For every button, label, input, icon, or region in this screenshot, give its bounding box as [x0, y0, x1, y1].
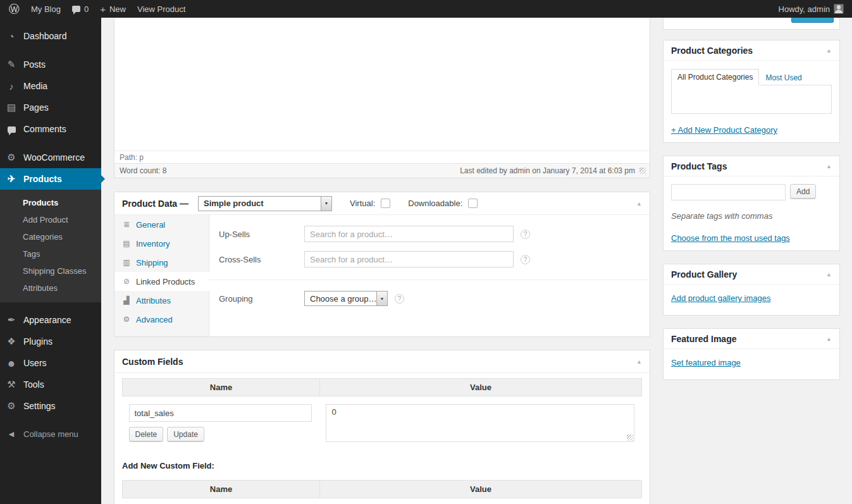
- avatar: [834, 4, 844, 14]
- virtual-checkbox[interactable]: [381, 199, 390, 208]
- sidebar-item-dashboard[interactable]: ◔ Dashboard: [0, 25, 101, 47]
- editor-canvas[interactable]: [114, 18, 650, 151]
- category-tabs: All Product Categories Most Used: [671, 69, 832, 85]
- toggle-panel-icon[interactable]: ▲: [636, 200, 642, 207]
- virtual-label: Virtual:: [350, 199, 375, 208]
- posts-icon: ✎: [5, 59, 18, 70]
- panel-title: Product Data —: [122, 199, 188, 209]
- sidebar-item-media[interactable]: ♪ Media: [0, 75, 101, 97]
- products-icon: ✈: [5, 173, 18, 185]
- toggle-panel-icon[interactable]: ▲: [636, 359, 642, 365]
- help-icon[interactable]: ?: [395, 294, 404, 304]
- help-icon[interactable]: ?: [521, 230, 530, 239]
- tab-most-used[interactable]: Most Used: [759, 70, 808, 85]
- toggle-panel-icon[interactable]: ▲: [826, 47, 832, 54]
- settings-icon: ⚙: [5, 400, 18, 412]
- howdy-account-link[interactable]: Howdy, admin: [773, 0, 849, 18]
- add-gallery-images-link[interactable]: Add product gallery images: [671, 293, 771, 303]
- submenu-item-products[interactable]: Products: [0, 194, 101, 211]
- editor-resize-grabber-icon[interactable]: [639, 168, 646, 174]
- update-button[interactable]: [791, 18, 834, 23]
- downloadable-checkbox[interactable]: [468, 199, 478, 208]
- submenu-item-add-product[interactable]: Add Product: [0, 211, 101, 228]
- wordpress-logo-button[interactable]: Ⓦ: [3, 0, 25, 18]
- product-tags-content: Add Separate tags with commas Choose fro…: [664, 176, 839, 250]
- submenu-item-attributes[interactable]: Attributes: [0, 280, 101, 297]
- product-type-select[interactable]: Simple product ▼: [198, 196, 332, 211]
- sidebar-item-posts[interactable]: ✎ Posts: [0, 54, 101, 75]
- product-categories-content: All Product Categories Most Used + Add N…: [664, 61, 839, 142]
- sidebar-item-tools[interactable]: ⚒ Tools: [0, 374, 101, 395]
- submenu-item-tags[interactable]: Tags: [0, 245, 101, 262]
- crosssells-input[interactable]: [304, 251, 514, 267]
- help-icon[interactable]: ?: [521, 255, 530, 264]
- sidebar-item-products[interactable]: ✈ Products: [0, 168, 101, 190]
- category-list-panel[interactable]: [671, 85, 832, 114]
- sidebar-item-plugins[interactable]: ❖ Plugins: [0, 331, 101, 352]
- last-edited: Last edited by admin on January 7, 2014 …: [460, 166, 635, 175]
- sidebar-item-comments[interactable]: Comments: [0, 118, 101, 140]
- sidebar-item-appearance[interactable]: ✒ Appearance: [0, 309, 101, 331]
- tab-label: Linked Products: [136, 277, 195, 286]
- update-field-button[interactable]: Update: [167, 427, 204, 441]
- submenu-item-shipping-classes[interactable]: Shipping Classes: [0, 262, 101, 280]
- tab-label: Inventory: [136, 239, 170, 249]
- publish-box-cutoff: [663, 18, 840, 30]
- comment-bubble-icon: [72, 6, 80, 12]
- sidebar-item-settings[interactable]: ⚙ Settings: [0, 395, 101, 417]
- add-tag-button[interactable]: Add: [790, 184, 816, 199]
- collapse-menu-button[interactable]: ◀ Collapse menu: [0, 426, 101, 443]
- featured-image-header: Featured Image ▲: [664, 329, 839, 349]
- new-custom-field-table: Name Value: [122, 480, 642, 504]
- tab-general[interactable]: ≣ General: [114, 215, 209, 234]
- field-name-input[interactable]: [129, 404, 312, 422]
- tab-inventory[interactable]: ▤ Inventory: [114, 234, 209, 253]
- value-column-header: Value: [319, 481, 641, 498]
- editor-path: Path: p: [120, 153, 144, 162]
- delete-button[interactable]: Delete: [129, 427, 164, 441]
- new-content-link[interactable]: + New: [94, 0, 132, 18]
- upsells-input[interactable]: [304, 226, 514, 242]
- editor-status-bar: Word count: 8 Last edited by admin on Ja…: [114, 163, 650, 178]
- tab-advanced[interactable]: ⚙ Advanced: [114, 310, 209, 329]
- tab-linked-products[interactable]: ⊘ Linked Products: [114, 272, 209, 291]
- sidebar-item-pages[interactable]: ▤ Pages: [0, 97, 101, 118]
- field-actions: Delete Update: [129, 427, 312, 441]
- submenu-item-categories[interactable]: Categories: [0, 228, 101, 245]
- tab-all-categories[interactable]: All Product Categories: [671, 69, 759, 85]
- comment-count: 0: [84, 4, 89, 14]
- toggle-panel-icon[interactable]: ▲: [826, 271, 832, 278]
- howdy-label: Howdy, admin: [779, 4, 830, 14]
- admin-bar: Ⓦ My Blog 0 + New View Product Howdy, ad…: [0, 0, 852, 18]
- collapse-label: Collapse menu: [23, 429, 78, 439]
- grouping-select[interactable]: Choose a group… ▼: [304, 291, 388, 306]
- toggle-panel-icon[interactable]: ▲: [826, 163, 832, 169]
- site-name-link[interactable]: My Blog: [25, 0, 66, 18]
- tools-icon: ⚒: [5, 379, 18, 390]
- sidebar-item-woocommerce[interactable]: ⚙ WooCommerce: [0, 147, 101, 168]
- linked-products-panel: Up-Sells ? Cross-Sells ? Grouping: [209, 215, 650, 336]
- comments-admin-bar-link[interactable]: 0: [66, 0, 94, 18]
- grouping-value: Choose a group…: [305, 294, 376, 304]
- view-product-link[interactable]: View Product: [132, 0, 191, 18]
- textarea-resize-grabber-icon[interactable]: [627, 434, 633, 441]
- toggle-panel-icon[interactable]: ▲: [826, 336, 832, 342]
- field-value-textarea[interactable]: 0: [326, 404, 634, 442]
- inventory-tab-icon: ▤: [122, 239, 131, 248]
- new-tag-input[interactable]: [671, 184, 786, 200]
- sidebar-item-users[interactable]: ☻ Users: [0, 352, 101, 374]
- sidebar-item-label: WooCommerce: [23, 152, 85, 163]
- tab-label: Advanced: [136, 315, 173, 324]
- set-featured-image-link[interactable]: Set featured image: [671, 358, 741, 367]
- sidebar-item-label: Plugins: [23, 336, 52, 347]
- comment-bubble-icon: [8, 126, 16, 133]
- table-row: Delete Update 0: [123, 396, 642, 448]
- grouping-label: Grouping: [219, 294, 304, 304]
- add-new-category-link[interactable]: + Add New Product Category: [671, 125, 777, 135]
- tab-attributes[interactable]: ▟ Attributes: [114, 291, 209, 310]
- tab-shipping[interactable]: ▥ Shipping: [114, 253, 209, 272]
- choose-most-used-tags-link[interactable]: Choose from the most used tags: [671, 233, 790, 243]
- sidebar-item-label: Products: [23, 174, 62, 184]
- name-column-header: Name: [123, 481, 320, 498]
- sidebar-item-label: Tools: [23, 379, 44, 390]
